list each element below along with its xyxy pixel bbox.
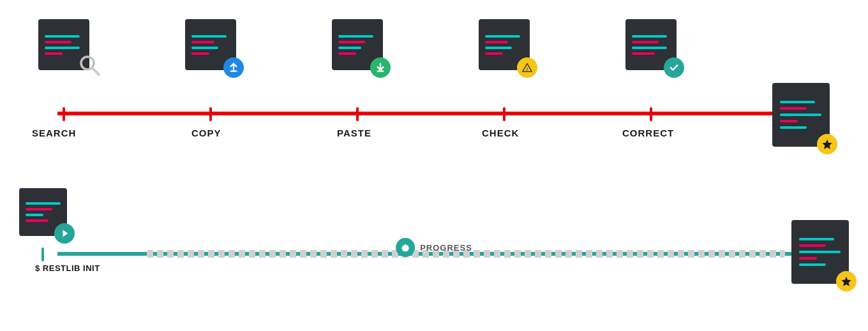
doc-line (799, 244, 826, 247)
final-top-doc-icon (772, 83, 830, 147)
doc-line (485, 41, 508, 43)
final-doc-bottom (791, 220, 849, 284)
doc-line (780, 101, 815, 103)
step-correct: CORRECT (625, 19, 677, 70)
paste-badge (370, 57, 391, 78)
check-badge: ! (517, 57, 537, 78)
doc-line (632, 41, 659, 43)
final-bottom-doc-icon (791, 220, 849, 284)
step-init (19, 188, 67, 236)
svg-line-2 (93, 68, 99, 75)
doc-line (191, 52, 209, 55)
step-check: ! CHECK (479, 19, 530, 70)
doc-line (632, 52, 655, 55)
search-magnifier-icon (78, 54, 101, 79)
doc-line (26, 202, 61, 205)
final-doc-top (772, 83, 830, 147)
doc-line (799, 238, 834, 240)
search-label: SEARCH (32, 128, 76, 138)
doc-line (780, 120, 798, 122)
doc-line (632, 47, 667, 49)
init-label: $ RESTLIB INIT (35, 263, 100, 273)
doc-line (780, 126, 807, 129)
svg-marker-6 (822, 140, 832, 149)
doc-line (45, 35, 80, 38)
correct-badge (664, 57, 684, 78)
search-doc-icon (38, 19, 89, 70)
progress-label-container: PROGRESS (396, 238, 472, 257)
doc-line (799, 251, 841, 253)
tick-paste (356, 107, 359, 121)
doc-line (780, 114, 821, 116)
doc-line (45, 47, 80, 49)
copy-badge (223, 57, 244, 78)
copy-label: COPY (191, 128, 221, 138)
star-badge-bottom (836, 271, 857, 291)
doc-line (780, 107, 807, 110)
doc-line (485, 52, 503, 55)
top-timeline-line (57, 112, 811, 115)
doc-line (338, 35, 373, 38)
tick-init (41, 247, 44, 261)
star-badge-top (817, 134, 837, 154)
tick-correct (650, 107, 652, 121)
doc-line (45, 41, 71, 43)
svg-rect-4 (377, 71, 384, 72)
doc-line (191, 35, 227, 38)
bottom-row: $ RESTLIB INIT PROGRESS (19, 188, 849, 316)
step-search: SEARCH (38, 19, 89, 70)
paste-doc-icon (332, 19, 383, 70)
gear-icon (396, 238, 415, 257)
top-row: SEARCH COPY (19, 19, 849, 166)
step-paste: PASTE (332, 19, 383, 70)
doc-line (485, 47, 512, 49)
doc-line (799, 263, 826, 266)
svg-marker-7 (63, 230, 68, 237)
progress-label: PROGRESS (420, 243, 472, 253)
doc-line (338, 52, 356, 55)
tick-copy (209, 107, 212, 121)
doc-line (338, 41, 365, 43)
doc-line (45, 52, 63, 55)
doc-line (191, 47, 218, 49)
doc-line (26, 219, 49, 222)
init-play-badge (54, 223, 75, 244)
tick-check (503, 107, 505, 121)
doc-line (632, 35, 667, 38)
check-label: CHECK (482, 128, 519, 138)
correct-doc-icon (625, 19, 677, 70)
svg-rect-3 (230, 71, 237, 72)
svg-marker-8 (841, 277, 851, 286)
doc-line (485, 35, 520, 38)
check-doc-icon: ! (479, 19, 530, 70)
step-copy: COPY (185, 19, 236, 70)
copy-doc-icon (185, 19, 236, 70)
doc-line (191, 41, 214, 43)
init-doc-icon (19, 188, 67, 236)
diagram-container: SEARCH COPY (0, 0, 868, 331)
tick-search (63, 107, 65, 121)
doc-line (338, 47, 361, 49)
paste-label: PASTE (337, 128, 371, 138)
doc-line (26, 214, 43, 216)
doc-line (26, 208, 52, 210)
correct-label: CORRECT (622, 128, 674, 138)
svg-text:!: ! (527, 66, 528, 72)
doc-line (799, 257, 817, 260)
